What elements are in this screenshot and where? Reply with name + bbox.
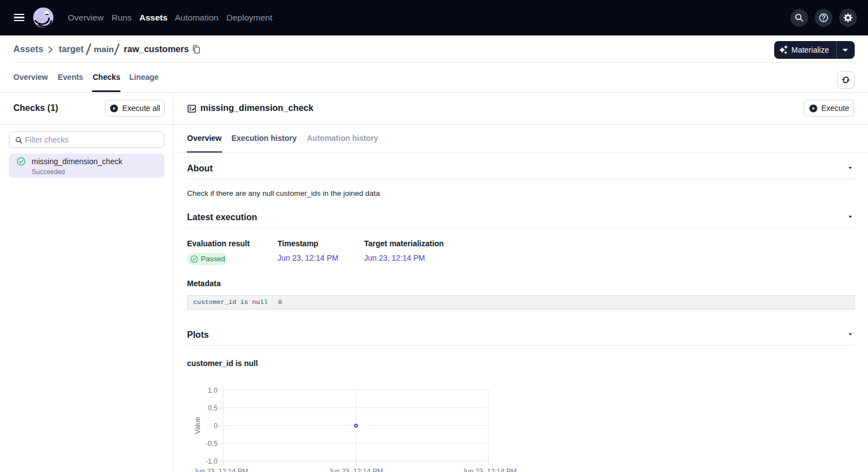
svg-text:Jun 23, 12:14 PM: Jun 23, 12:14 PM <box>194 468 248 472</box>
svg-text:0: 0 <box>214 422 218 430</box>
svg-text:-0.5: -0.5 <box>205 440 218 448</box>
svg-text:Jun 23, 12:14 PM: Jun 23, 12:14 PM <box>329 468 383 472</box>
svg-text:Jun 23, 12:14 PM: Jun 23, 12:14 PM <box>462 468 517 472</box>
svg-text:0.5: 0.5 <box>208 404 218 412</box>
svg-text:1.0: 1.0 <box>208 387 218 394</box>
svg-text:Value: Value <box>194 417 201 434</box>
svg-text:-1.0: -1.0 <box>205 458 218 465</box>
